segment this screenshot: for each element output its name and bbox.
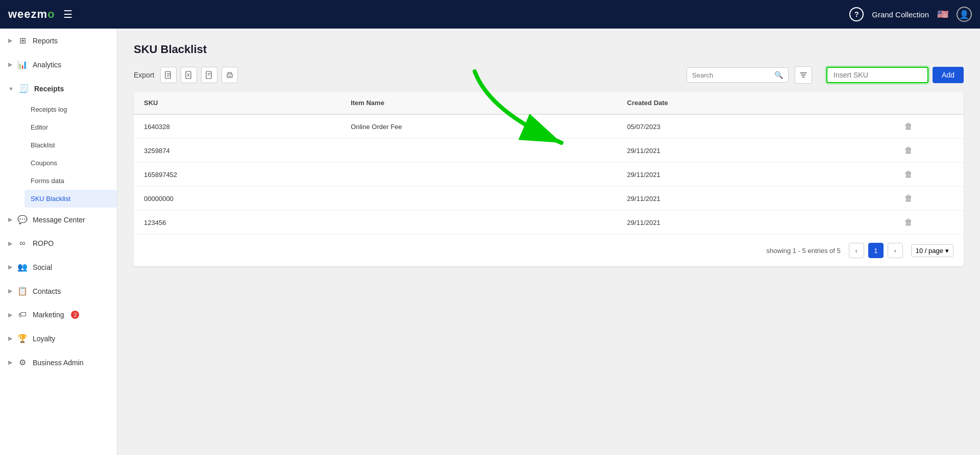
sidebar-sub-editor[interactable]: Editor: [24, 118, 117, 136]
cell-delete[interactable]: 🗑: [853, 139, 964, 163]
reports-label: Reports: [33, 37, 58, 45]
marketing-badge: 2: [71, 311, 79, 319]
insert-sku-input[interactable]: [826, 67, 928, 83]
export-doc-button[interactable]: [201, 67, 217, 83]
table-row: 165897452 29/11/2021 🗑: [134, 163, 964, 187]
per-page-select[interactable]: 10 / page ▾: [911, 244, 953, 257]
sidebar-item-business-admin[interactable]: ▶ ⚙ Business Admin: [0, 350, 117, 374]
col-sku: SKU: [134, 92, 340, 114]
loyalty-icon: 🏆: [17, 334, 28, 343]
message-center-arrow: ▶: [8, 216, 12, 223]
table-row: 1640328 Online Order Fee 05/07/2023 🗑: [134, 114, 964, 139]
sidebar-item-social[interactable]: ▶ 👥 Social: [0, 255, 117, 279]
page-info: showing 1 - 5 entries of 5: [767, 247, 841, 255]
per-page-label: 10 / page: [916, 247, 943, 255]
delete-icon[interactable]: 🗑: [904, 194, 913, 203]
delete-icon[interactable]: 🗑: [904, 146, 913, 155]
cell-item-name: Online Order Fee: [340, 114, 617, 139]
cell-created-date: 29/11/2021: [617, 139, 853, 163]
export-icons: [160, 67, 238, 83]
receipts-label: Receipts: [34, 85, 64, 93]
cell-delete[interactable]: 🗑: [853, 163, 964, 187]
col-actions: [853, 92, 964, 114]
sidebar-sub-forms-data[interactable]: Forms data: [24, 172, 117, 190]
cell-created-date: 05/07/2023: [617, 114, 853, 139]
marketing-badge-wrap: 2: [69, 311, 79, 319]
receipts-icon: 🧾: [19, 84, 29, 93]
add-sku-button[interactable]: Add: [933, 67, 964, 83]
delete-icon[interactable]: 🗑: [904, 170, 913, 179]
help-button[interactable]: ?: [849, 7, 864, 21]
prev-page-button[interactable]: ‹: [849, 243, 864, 258]
sidebar-item-receipts[interactable]: ▼ 🧾 Receipts: [0, 77, 117, 100]
ropo-icon: ∞: [17, 239, 28, 248]
delete-icon[interactable]: 🗑: [904, 218, 913, 226]
search-input[interactable]: [692, 71, 771, 79]
sidebar-item-loyalty[interactable]: ▶ 🏆 Loyalty: [0, 326, 117, 350]
cell-sku: 165897452: [134, 163, 340, 187]
export-excel-button[interactable]: [181, 67, 197, 83]
message-center-label: Message Center: [33, 216, 85, 224]
loyalty-arrow: ▶: [8, 335, 12, 342]
language-flag[interactable]: 🇺🇸: [937, 9, 948, 20]
sidebar-item-analytics[interactable]: ▶ 📊 Analytics: [0, 53, 117, 77]
sidebar-item-contacts[interactable]: ▶ 📋 Contacts: [0, 279, 117, 303]
marketing-arrow: ▶: [8, 312, 12, 318]
pagination: showing 1 - 5 entries of 5 ‹ 1 › 10 / pa…: [134, 234, 964, 266]
svg-rect-4: [228, 75, 231, 77]
insert-sku-area: Add: [826, 67, 964, 83]
cell-sku: 123456: [134, 211, 340, 235]
main-content: SKU Blacklist Export: [117, 29, 980, 455]
table-row: 3259874 29/11/2021 🗑: [134, 139, 964, 163]
sidebar-item-message-center[interactable]: ▶ 💬 Message Center: [0, 208, 117, 232]
next-page-button[interactable]: ›: [888, 243, 903, 258]
cell-item-name: [340, 139, 617, 163]
sidebar-sub-coupons[interactable]: Coupons: [24, 154, 117, 172]
sidebar-sub-receipts-log[interactable]: Receipts log: [24, 100, 117, 118]
contacts-label: Contacts: [33, 287, 61, 295]
filter-button[interactable]: [795, 66, 812, 84]
cell-delete[interactable]: 🗑: [853, 211, 964, 235]
cell-sku: 1640328: [134, 114, 340, 139]
sidebar-sub-blacklist[interactable]: Blacklist: [24, 136, 117, 154]
cell-created-date: 29/11/2021: [617, 163, 853, 187]
ropo-arrow: ▶: [8, 240, 12, 247]
reports-icon: ⊞: [17, 36, 28, 45]
sku-table-container: SKU Item Name Created Date 1640328 Onlin…: [134, 92, 964, 266]
sidebar-item-marketing[interactable]: ▶ 🏷 Marketing 2: [0, 303, 117, 326]
user-avatar[interactable]: 👤: [957, 7, 972, 22]
marketing-icon: 🏷: [17, 310, 28, 319]
cell-item-name: [340, 163, 617, 187]
page-1-button[interactable]: 1: [868, 243, 884, 258]
cell-sku: 00000000: [134, 187, 340, 211]
collection-label: Grand Collection: [872, 10, 929, 19]
table-row: 123456 29/11/2021 🗑: [134, 211, 964, 235]
social-label: Social: [33, 263, 52, 271]
table-row: 00000000 29/11/2021 🗑: [134, 187, 964, 211]
cell-created-date: 29/11/2021: [617, 187, 853, 211]
export-pdf-button[interactable]: [160, 67, 177, 83]
delete-icon[interactable]: 🗑: [904, 122, 913, 131]
col-item-name: Item Name: [340, 92, 617, 114]
sidebar-item-reports[interactable]: ▶ ⊞ Reports: [0, 29, 117, 53]
cell-delete[interactable]: 🗑: [853, 187, 964, 211]
page-title: SKU Blacklist: [134, 43, 964, 56]
app-logo[interactable]: weezmo: [8, 8, 55, 21]
analytics-icon: 📊: [17, 60, 28, 69]
sidebar-sub-sku-blacklist[interactable]: SKU Blacklist: [24, 190, 117, 208]
sidebar-item-ropo[interactable]: ▶ ∞ ROPO: [0, 232, 117, 255]
cell-sku: 3259874: [134, 139, 340, 163]
cell-delete[interactable]: 🗑: [853, 114, 964, 139]
menu-icon[interactable]: ☰: [63, 8, 72, 20]
ropo-label: ROPO: [33, 239, 54, 247]
export-print-button[interactable]: [222, 67, 238, 83]
business-admin-icon: ⚙: [17, 358, 28, 367]
cell-item-name: [340, 211, 617, 235]
sku-table: SKU Item Name Created Date 1640328 Onlin…: [134, 92, 964, 234]
search-icon: 🔍: [774, 71, 783, 79]
receipts-log-label: Receipts log: [31, 106, 67, 113]
nav-right: ? Grand Collection 🇺🇸 👤: [849, 7, 972, 22]
message-center-icon: 💬: [17, 215, 28, 224]
marketing-label: Marketing: [33, 311, 64, 319]
sku-blacklist-label: SKU Blacklist: [31, 195, 70, 203]
